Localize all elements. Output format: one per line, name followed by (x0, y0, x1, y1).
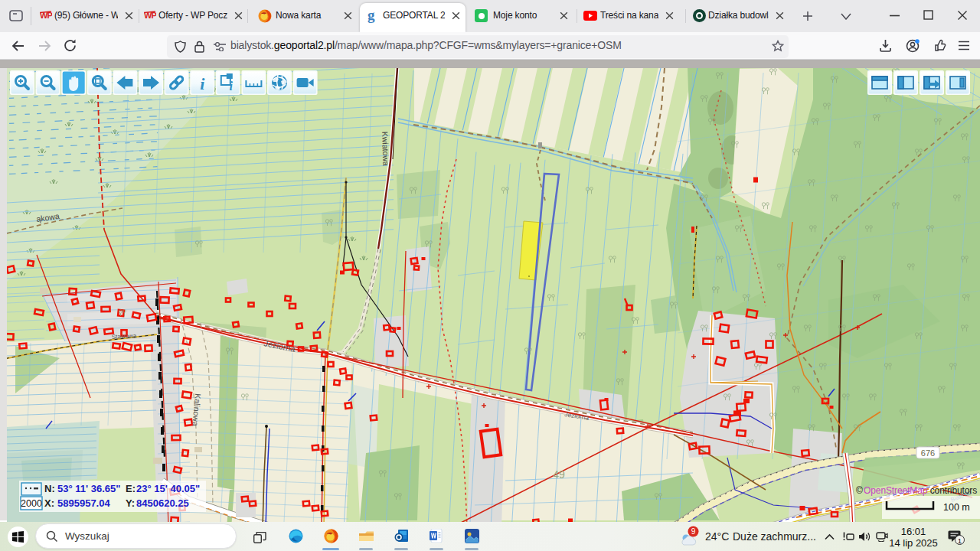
svg-text:53° 11' 36.65": 53° 11' 36.65" (57, 483, 120, 494)
svg-text:Stawowa: Stawowa (112, 332, 137, 341)
svg-text:i: i (200, 74, 205, 93)
svg-text:676: 676 (921, 448, 935, 458)
svg-text:100 m: 100 m (943, 502, 970, 513)
svg-text:Y:: Y: (126, 497, 135, 509)
svg-text:X:: X: (44, 497, 54, 509)
svg-text:Kwiatowa: Kwiatowa (381, 132, 391, 166)
svg-text:i: i (230, 80, 234, 93)
svg-text:N:: N: (44, 483, 55, 494)
svg-text:23° 15' 40.05": 23° 15' 40.05" (136, 483, 200, 494)
svg-text:9: 9 (691, 527, 696, 536)
svg-text:49: 49 (553, 468, 565, 481)
svg-text:OpenStreetMap contributors: OpenStreetMap contributors (864, 485, 977, 496)
svg-text:8450620.25: 8450620.25 (136, 497, 189, 509)
svg-text:E:: E: (126, 483, 136, 494)
svg-text:©: © (856, 485, 863, 496)
svg-text:2000: 2000 (21, 498, 42, 509)
svg-text:5895957.04: 5895957.04 (57, 497, 110, 509)
